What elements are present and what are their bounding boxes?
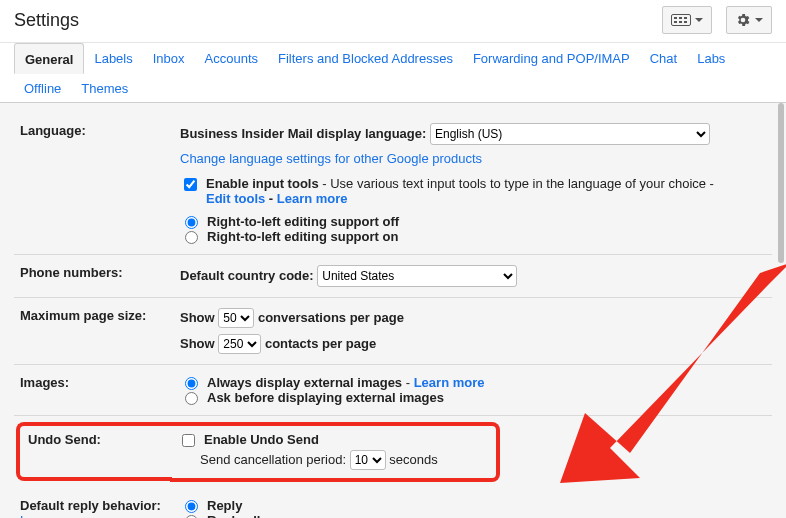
tab-accounts[interactable]: Accounts [195, 43, 268, 73]
enable-input-tools-option[interactable]: Enable input tools - Use various text in… [180, 176, 766, 206]
row-language: Language: Business Insider Mail display … [14, 113, 772, 255]
page-title: Settings [14, 10, 79, 31]
conversations-per-page-select[interactable]: 50 [218, 308, 254, 328]
label-phone-numbers: Phone numbers: [14, 255, 174, 298]
change-language-link[interactable]: Change language settings for other Googl… [180, 151, 482, 166]
tab-themes[interactable]: Themes [71, 73, 138, 102]
cancellation-period-label: Send cancellation period: [200, 452, 346, 467]
rtl-off-option[interactable]: Right-to-left editing support off [180, 214, 766, 229]
row-images: Images: Always display external images -… [14, 365, 772, 416]
edit-tools-link[interactable]: Edit tools [206, 191, 265, 206]
tab-labels[interactable]: Labels [84, 43, 142, 73]
row-phone-numbers: Phone numbers: Default country code: Uni… [14, 255, 772, 298]
tab-filters[interactable]: Filters and Blocked Addresses [268, 43, 463, 73]
input-tools-button[interactable] [662, 6, 712, 34]
reply-radio[interactable] [185, 500, 198, 513]
default-country-code-select[interactable]: United States [317, 265, 517, 287]
gear-icon [735, 12, 751, 28]
row-default-reply: Default reply behavior: Learn more Reply… [14, 488, 772, 518]
reply-option[interactable]: Reply [180, 498, 766, 513]
display-language-select[interactable]: English (US) [430, 123, 710, 145]
settings-content: Language: Business Insider Mail display … [0, 103, 786, 518]
contacts-per-page-select[interactable]: 250 [218, 334, 261, 354]
settings-table: Language: Business Insider Mail display … [14, 113, 772, 518]
label-default-reply: Default reply behavior: [20, 498, 161, 513]
input-tools-learn-more-link[interactable]: Learn more [277, 191, 348, 206]
reply-all-option[interactable]: Reply all [180, 513, 766, 518]
header-controls [662, 6, 772, 34]
enable-undo-send-checkbox[interactable] [182, 434, 195, 447]
images-ask-option[interactable]: Ask before displaying external images [180, 390, 766, 405]
images-learn-more-link[interactable]: Learn more [414, 375, 485, 390]
enable-undo-send-option[interactable]: Enable Undo Send [178, 432, 488, 450]
tab-forwarding[interactable]: Forwarding and POP/IMAP [463, 43, 640, 73]
label-language: Language: [14, 113, 174, 255]
reply-learn-more-link[interactable]: Learn more [20, 513, 86, 518]
images-ask-radio[interactable] [185, 392, 198, 405]
row-undo-send: Undo Send: Enable Undo Send Send cancell… [14, 416, 772, 489]
enable-input-tools-checkbox[interactable] [184, 178, 197, 191]
rtl-on-option[interactable]: Right-to-left editing support on [180, 229, 766, 244]
tab-labs[interactable]: Labs [687, 43, 735, 73]
scrollbar[interactable] [778, 103, 784, 263]
tab-chat[interactable]: Chat [640, 43, 687, 73]
images-always-radio[interactable] [185, 377, 198, 390]
row-max-page-size: Maximum page size: Show 50 conversations… [14, 298, 772, 365]
rtl-off-radio[interactable] [185, 216, 198, 229]
cancellation-period-select[interactable]: 10 [350, 450, 386, 470]
display-language-label: Business Insider Mail display language: [180, 126, 426, 141]
images-always-option[interactable]: Always display external images - Learn m… [180, 375, 766, 390]
tab-offline[interactable]: Offline [14, 73, 71, 102]
settings-gear-button[interactable] [726, 6, 772, 34]
settings-header: Settings [0, 0, 786, 43]
chevron-down-icon [755, 18, 763, 22]
keyboard-icon [671, 14, 691, 26]
label-undo-send: Undo Send: [28, 432, 101, 447]
settings-tabs: General Labels Inbox Accounts Filters an… [0, 43, 786, 103]
chevron-down-icon [695, 18, 703, 22]
label-images: Images: [14, 365, 174, 416]
tab-inbox[interactable]: Inbox [143, 43, 195, 73]
default-country-code-label: Default country code: [180, 268, 314, 283]
label-max-page-size: Maximum page size: [14, 298, 174, 365]
rtl-on-radio[interactable] [185, 231, 198, 244]
tab-general[interactable]: General [14, 43, 84, 74]
